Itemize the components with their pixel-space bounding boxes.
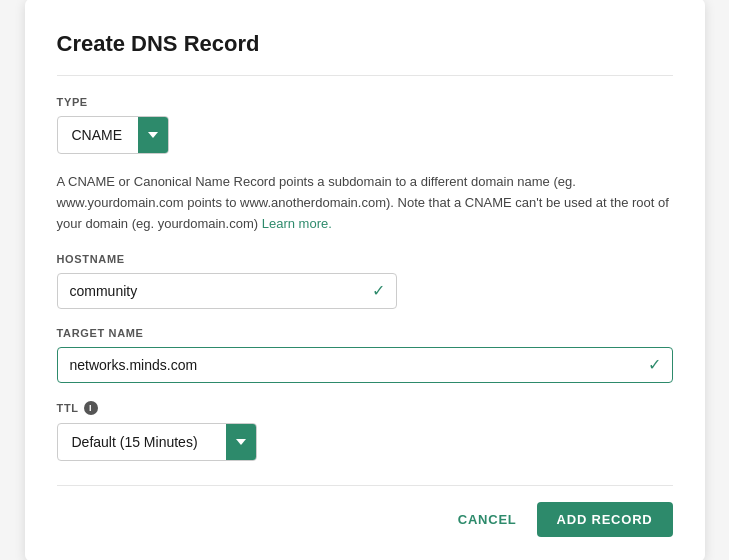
create-dns-record-dialog: Create DNS Record TYPE CNAME A CNAME or … xyxy=(25,0,705,560)
ttl-select-value: Default (15 Minutes) xyxy=(58,426,226,458)
target-name-field-group: TARGET NAME ✓ xyxy=(57,327,673,383)
cancel-button[interactable]: CANCEL xyxy=(454,504,521,535)
type-field-group: TYPE CNAME xyxy=(57,96,673,154)
type-select-value: CNAME xyxy=(58,119,138,151)
target-name-input-wrapper: ✓ xyxy=(57,347,673,383)
add-record-button[interactable]: ADD RECORD xyxy=(537,502,673,537)
hostname-field-group: HOSTNAME ✓ xyxy=(57,253,673,309)
learn-more-link[interactable]: Learn more. xyxy=(262,216,332,231)
type-select[interactable]: CNAME xyxy=(57,116,169,154)
cname-description: A CNAME or Canonical Name Record points … xyxy=(57,172,673,234)
target-name-input[interactable] xyxy=(57,347,673,383)
dialog-divider xyxy=(57,485,673,486)
chevron-down-icon xyxy=(236,439,246,445)
hostname-check-icon: ✓ xyxy=(372,281,385,300)
ttl-label: TTL i xyxy=(57,401,673,415)
target-name-check-icon: ✓ xyxy=(648,355,661,374)
ttl-info-icon[interactable]: i xyxy=(84,401,98,415)
hostname-input[interactable] xyxy=(57,273,397,309)
ttl-dropdown-arrow[interactable] xyxy=(226,424,256,460)
dialog-title: Create DNS Record xyxy=(57,31,673,76)
dialog-actions: CANCEL ADD RECORD xyxy=(57,502,673,537)
type-label: TYPE xyxy=(57,96,673,108)
target-name-label: TARGET NAME xyxy=(57,327,673,339)
type-dropdown-arrow[interactable] xyxy=(138,117,168,153)
ttl-select[interactable]: Default (15 Minutes) xyxy=(57,423,257,461)
ttl-field-group: TTL i Default (15 Minutes) xyxy=(57,401,673,461)
chevron-down-icon xyxy=(148,132,158,138)
hostname-input-wrapper: ✓ xyxy=(57,273,397,309)
hostname-label: HOSTNAME xyxy=(57,253,673,265)
